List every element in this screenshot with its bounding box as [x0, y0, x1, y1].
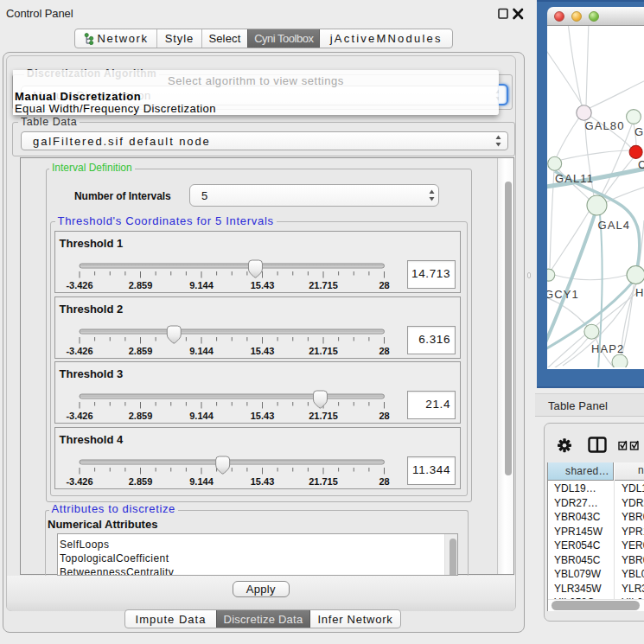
svg-text:2.859: 2.859 — [129, 280, 153, 290]
svg-text:GAL4: GAL4 — [598, 219, 631, 232]
svg-text:2.859: 2.859 — [129, 476, 153, 487]
svg-text:9.144: 9.144 — [189, 280, 214, 290]
svg-text:GAL11: GAL11 — [555, 172, 594, 185]
svg-text:-3.426: -3.426 — [66, 411, 92, 421]
svg-text:28: 28 — [379, 411, 389, 421]
svg-text:2.859: 2.859 — [129, 346, 153, 356]
svg-text:9.144: 9.144 — [189, 346, 214, 356]
svg-text:9.144: 9.144 — [189, 411, 214, 421]
svg-text:21.715: 21.715 — [309, 280, 338, 290]
svg-text:-3.426: -3.426 — [66, 346, 92, 356]
svg-text:15.43: 15.43 — [251, 411, 275, 421]
svg-text:28: 28 — [379, 476, 389, 487]
svg-text:15.43: 15.43 — [251, 476, 275, 487]
svg-text:2.859: 2.859 — [129, 411, 153, 421]
svg-text:21.715: 21.715 — [309, 346, 338, 356]
svg-text:15.43: 15.43 — [251, 280, 275, 290]
svg-text:15.43: 15.43 — [251, 346, 275, 356]
svg-text:-3.426: -3.426 — [66, 280, 92, 290]
svg-text:GA: GA — [634, 124, 644, 137]
svg-text:GAL80: GAL80 — [585, 118, 625, 131]
svg-text:C: C — [638, 158, 644, 171]
svg-text:HAP2: HAP2 — [591, 342, 624, 355]
svg-text:28: 28 — [379, 346, 389, 356]
svg-text:GCY1: GCY1 — [547, 288, 579, 301]
svg-text:9.144: 9.144 — [189, 476, 214, 487]
svg-text:-3.426: -3.426 — [66, 476, 92, 487]
svg-text:28: 28 — [379, 280, 389, 290]
svg-text:HI: HI — [635, 286, 644, 299]
svg-text:21.715: 21.715 — [309, 411, 338, 421]
svg-text:21.715: 21.715 — [309, 476, 338, 487]
